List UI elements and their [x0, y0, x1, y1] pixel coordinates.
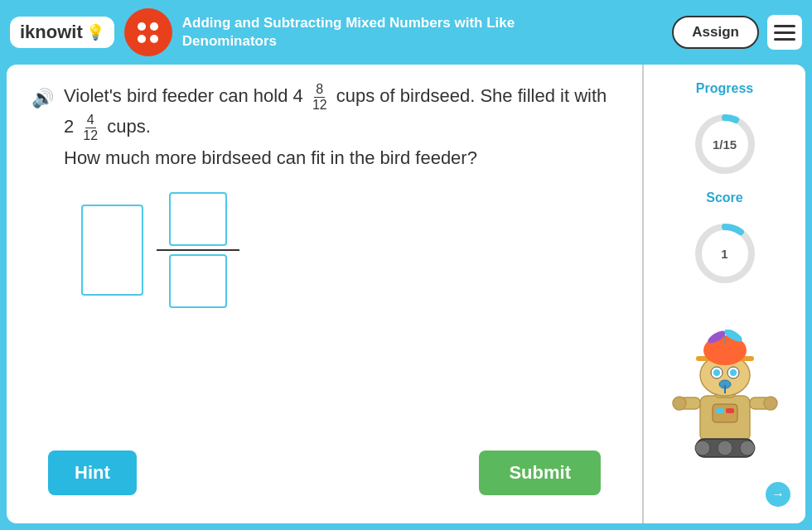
answer-area	[81, 192, 617, 309]
menu-line-3	[774, 38, 795, 41]
svg-point-21	[764, 397, 777, 410]
svg-point-24	[718, 441, 732, 455]
dice-dots	[134, 19, 162, 46]
bottom-bar: Hint Submit	[31, 439, 617, 507]
hint-button[interactable]: Hint	[48, 450, 137, 495]
dot-2	[150, 22, 158, 31]
logo-bulb-icon: 💡	[86, 23, 104, 41]
fraction-2: 412	[81, 113, 99, 142]
score-label: Score	[706, 190, 742, 205]
svg-point-25	[740, 441, 755, 455]
header: iknowit 💡 Adding and Subtracting Mixed N…	[0, 0, 812, 65]
svg-point-10	[730, 369, 737, 376]
svg-point-23	[695, 441, 710, 455]
fraction-2-denominator: 12	[81, 128, 99, 143]
dot-1	[138, 22, 146, 31]
content-area: 🔊 Violet's bird feeder can hold 4 812 cu…	[7, 65, 805, 523]
dot-4	[150, 35, 158, 43]
svg-rect-12	[724, 385, 726, 393]
assign-button[interactable]: Assign	[672, 16, 759, 49]
title-line2: Denominators	[182, 33, 277, 49]
robot-area	[671, 300, 779, 469]
fraction-1: 812	[311, 82, 329, 112]
menu-line-2	[774, 31, 795, 34]
svg-rect-26	[713, 404, 737, 422]
nav-right-icon[interactable]: →	[766, 482, 790, 507]
score-ring: 1	[692, 220, 758, 287]
app-container: iknowit 💡 Adding and Subtracting Mixed N…	[0, 0, 812, 530]
fraction-input-area	[157, 192, 239, 309]
fraction-divider-line	[157, 249, 239, 252]
fraction-2-numerator: 4	[85, 113, 96, 128]
svg-rect-27	[716, 408, 724, 413]
title-line1: Adding and Subtracting Mixed Numbers wit…	[182, 15, 515, 31]
submit-button[interactable]: Submit	[479, 450, 601, 495]
fraction-1-numerator: 8	[314, 82, 325, 98]
question-panel: 🔊 Violet's bird feeder can hold 4 812 cu…	[7, 65, 644, 523]
progress-label: Progress	[696, 81, 753, 96]
svg-point-8	[713, 369, 720, 376]
svg-point-19	[673, 397, 686, 410]
menu-line-1	[774, 25, 795, 27]
speaker-icon[interactable]: 🔊	[31, 84, 54, 113]
svg-rect-28	[726, 408, 734, 413]
question-body: Violet's bird feeder can hold 4 812 cups…	[64, 81, 617, 172]
question-text: 🔊 Violet's bird feeder can hold 4 812 cu…	[31, 81, 617, 172]
score-value: 1	[721, 247, 727, 261]
progress-value: 1/15	[713, 137, 737, 152]
robot-illustration	[671, 330, 779, 462]
logo: iknowit 💡	[10, 17, 114, 48]
dice-icon	[124, 8, 172, 56]
header-title: Adding and Subtracting Mixed Numbers wit…	[182, 14, 663, 51]
sidebar-bottom: →	[652, 482, 797, 507]
progress-ring: 1/15	[692, 111, 758, 177]
logo-text: iknowit	[20, 22, 83, 43]
denominator-input-box[interactable]	[169, 254, 227, 308]
sidebar: Progress 1/15 Score 1	[644, 65, 805, 523]
header-actions: Assign	[672, 15, 802, 50]
dot-3	[138, 35, 146, 43]
numerator-input-box[interactable]	[169, 192, 227, 246]
fraction-1-denominator: 12	[311, 98, 329, 113]
menu-button[interactable]	[767, 15, 802, 50]
whole-number-input-box[interactable]	[81, 205, 143, 296]
